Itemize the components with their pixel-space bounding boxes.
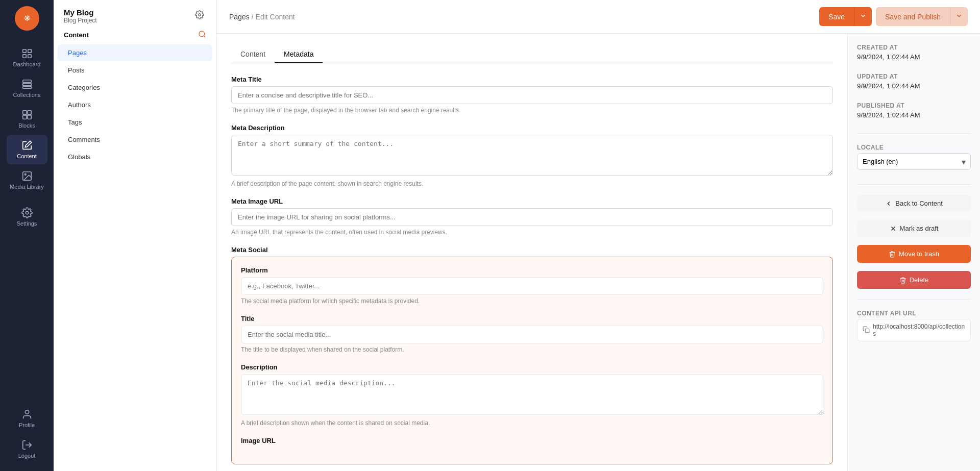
svg-rect-22 xyxy=(865,329,869,333)
chevron-down-icon xyxy=(955,12,963,19)
breadcrumb-current: Edit Content xyxy=(256,13,295,21)
meta-image-url-input[interactable] xyxy=(231,208,833,226)
nav-item-categories[interactable]: Categories xyxy=(58,79,212,96)
sidebar-item-label: Profile xyxy=(19,422,35,428)
updated-at-value: 9/9/2024, 1:02:44 AM xyxy=(857,82,971,90)
meta-image-url-group: Meta Image URL An image URL that represe… xyxy=(231,197,833,236)
save-publish-dropdown-button[interactable] xyxy=(950,7,968,26)
meta-social-section: Platform The social media platform for w… xyxy=(231,257,833,464)
svg-point-15 xyxy=(26,211,29,214)
dashboard-icon xyxy=(21,48,33,59)
editor-area: Content Metadata Meta Title The primary … xyxy=(217,34,847,471)
svg-rect-7 xyxy=(22,83,31,86)
sidebar-item-label: Media Library xyxy=(10,184,44,190)
svg-rect-12 xyxy=(27,115,31,119)
svg-rect-11 xyxy=(22,115,26,119)
divider2 xyxy=(857,184,971,185)
meta-description-input[interactable] xyxy=(231,135,833,176)
sidebar-item-label: Collections xyxy=(13,92,41,98)
nav-item-tags[interactable]: Tags xyxy=(58,114,212,131)
social-description-input[interactable] xyxy=(241,374,823,415)
meta-title-input[interactable] xyxy=(231,86,833,104)
platform-hint: The social media platform for which spec… xyxy=(241,298,823,305)
svg-rect-4 xyxy=(22,55,26,58)
nav-item-posts[interactable]: Posts xyxy=(58,62,212,79)
content-api-url-section: Content API URL http://localhost:8000/ap… xyxy=(857,310,971,341)
blocks-icon xyxy=(21,109,33,120)
mark-as-draft-button[interactable]: Mark as draft xyxy=(857,220,971,237)
left-panel-settings-button[interactable] xyxy=(193,8,206,23)
left-panel-header: My Blog Blog Project xyxy=(54,0,216,24)
nav-item-pages[interactable]: Pages xyxy=(58,44,212,61)
social-image-url-label: Image URL xyxy=(241,437,823,444)
meta-description-group: Meta Description A brief description of … xyxy=(231,124,833,187)
published-at-section: Published At 9/9/2024, 1:02:44 AM xyxy=(857,102,971,119)
topbar: Pages / Edit Content Save Save and Publi… xyxy=(217,0,980,34)
meta-image-url-hint: An image URL that represents the content… xyxy=(231,229,833,236)
social-description-group: Description A brief description shown wh… xyxy=(241,363,823,427)
platform-input[interactable] xyxy=(241,277,823,295)
svg-rect-3 xyxy=(28,49,31,53)
meta-title-group: Meta Title The primary title of the page… xyxy=(231,76,833,114)
svg-point-14 xyxy=(24,173,26,175)
save-button[interactable]: Save xyxy=(819,7,854,26)
sidebar-item-label: Logout xyxy=(18,453,36,459)
svg-point-16 xyxy=(25,410,29,414)
copy-icon[interactable] xyxy=(863,326,870,335)
updated-at-label: Updated At xyxy=(857,73,971,80)
locale-select-wrapper: English (en) French (fr) Spanish (es) Ge… xyxy=(857,153,971,170)
tab-content[interactable]: Content xyxy=(231,46,275,63)
meta-social-group: Meta Social Platform The social media pl… xyxy=(231,246,833,464)
nav-item-globals[interactable]: Globals xyxy=(58,148,212,165)
back-to-content-button[interactable]: Back to Content xyxy=(857,195,971,212)
meta-title-label: Meta Title xyxy=(231,76,833,83)
svg-point-18 xyxy=(199,14,201,16)
sidebar-item-blocks[interactable]: Blocks xyxy=(7,104,47,134)
tab-metadata[interactable]: Metadata xyxy=(275,46,323,63)
svg-rect-9 xyxy=(22,111,26,114)
meta-social-label: Meta Social xyxy=(231,246,833,254)
social-title-input[interactable] xyxy=(241,326,823,343)
content-api-url-value: http://localhost:8000/api/collections xyxy=(873,323,965,337)
save-publish-button-group: Save and Publish xyxy=(876,7,968,26)
blog-subtitle: Blog Project xyxy=(64,17,97,24)
locale-select[interactable]: English (en) French (fr) Spanish (es) Ge… xyxy=(857,153,971,170)
sidebar-item-collections[interactable]: Collections xyxy=(7,73,47,103)
breadcrumb-pages[interactable]: Pages xyxy=(229,13,250,21)
move-to-trash-button[interactable]: Move to trash xyxy=(857,245,971,263)
settings-icon xyxy=(21,207,33,218)
sidebar-item-label: Content xyxy=(17,153,37,159)
chevron-left-icon xyxy=(885,200,892,207)
social-title-label: Title xyxy=(241,315,823,323)
gear-icon xyxy=(195,10,204,19)
sidebar-item-label: Blocks xyxy=(18,122,35,129)
svg-rect-5 xyxy=(28,55,31,58)
search-button[interactable] xyxy=(198,30,206,40)
left-panel: My Blog Blog Project Content Pages Posts… xyxy=(54,0,217,471)
sidebar-item-profile[interactable]: Profile xyxy=(7,404,47,433)
sidebar-item-label: Settings xyxy=(17,220,37,227)
sidebar-item-label: Dashboard xyxy=(13,61,41,67)
svg-rect-6 xyxy=(22,80,31,83)
save-dropdown-button[interactable] xyxy=(854,7,872,26)
svg-rect-10 xyxy=(27,111,31,114)
nav-item-comments[interactable]: Comments xyxy=(58,131,212,148)
meta-description-label: Meta Description xyxy=(231,124,833,132)
locale-section: Locale English (en) French (fr) Spanish … xyxy=(857,144,971,170)
save-publish-button[interactable]: Save and Publish xyxy=(876,7,950,26)
sidebar-item-dashboard[interactable]: Dashboard xyxy=(7,43,47,72)
nav-item-authors[interactable]: Authors xyxy=(58,96,212,113)
meta-title-hint: The primary title of the page, displayed… xyxy=(231,107,833,114)
media-icon xyxy=(21,170,33,182)
sidebar-item-content[interactable]: Content xyxy=(7,135,47,164)
content-body: Content Metadata Meta Title The primary … xyxy=(217,34,980,471)
sidebar-item-logout[interactable]: Logout xyxy=(7,434,47,464)
delete-button[interactable]: Delete xyxy=(857,271,971,289)
sidebar-item-settings[interactable]: Settings xyxy=(7,202,47,232)
topbar-actions: Save Save and Publish xyxy=(819,7,968,26)
right-panel: Created At 9/9/2024, 1:02:44 AM Updated … xyxy=(847,34,980,471)
divider xyxy=(857,133,971,134)
social-image-url-group: Image URL xyxy=(241,437,823,444)
logout-icon xyxy=(21,439,33,451)
sidebar-item-media-library[interactable]: Media Library xyxy=(7,165,47,195)
